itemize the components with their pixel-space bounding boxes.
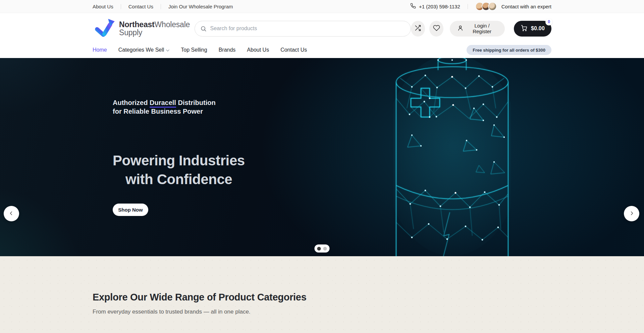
topbar-link-wholesale-program[interactable]: Join Our Wholesale Program xyxy=(168,4,233,9)
divider xyxy=(468,4,468,9)
phone-number: +1 (203) 598-1132 xyxy=(419,4,460,9)
divider xyxy=(121,4,121,9)
carousel-next-icon xyxy=(629,211,634,217)
logo-name-light: Wholesale xyxy=(155,20,190,29)
compare-button[interactable] xyxy=(411,21,425,37)
tagline-pre: Authorized xyxy=(113,99,150,106)
topbar-link-contact-us[interactable]: Contact Us xyxy=(128,4,153,9)
categories-title: Explore Our Wide Range of Product Catego… xyxy=(93,292,551,303)
logo-text: NortheastWholesale Supply xyxy=(119,20,190,37)
main-nav: Home Categories We Sell Top Selling Bran… xyxy=(93,44,551,58)
nav-item-about-us[interactable]: About Us xyxy=(247,47,269,53)
phone-icon xyxy=(410,3,416,10)
phone-link[interactable]: +1 (203) 598-1132 xyxy=(410,3,460,10)
carousel-dots xyxy=(315,244,330,253)
divider xyxy=(161,4,161,9)
carousel-prev-icon xyxy=(9,211,14,217)
cart-icon xyxy=(521,24,528,33)
contact-expert-link[interactable]: Contact with an expert xyxy=(501,4,551,9)
tagline-line2: for Reliable Business Power xyxy=(113,107,245,116)
search-icon xyxy=(200,25,207,33)
search-input[interactable] xyxy=(195,21,411,37)
cart-total: $0.00 xyxy=(531,25,545,32)
free-shipping-badge: Free shipping for all orders of $300 xyxy=(467,45,551,55)
carousel-next-button[interactable] xyxy=(624,206,639,221)
site-logo[interactable]: NortheastWholesale Supply xyxy=(93,18,195,39)
nav-item-home[interactable]: Home xyxy=(93,47,107,53)
carousel-dot-1[interactable] xyxy=(317,247,321,251)
tagline-brand: Duracell xyxy=(150,99,176,108)
cart-button[interactable]: $0.00 0 xyxy=(514,21,551,37)
battery-wireframe-graphic xyxy=(393,58,511,256)
logo-mark xyxy=(93,18,115,39)
login-register-button[interactable]: Login / Register xyxy=(450,21,505,37)
carousel-dot-2[interactable] xyxy=(323,247,327,251)
hero-headline: Powering Industries with Confidence xyxy=(113,151,245,189)
categories-section: Explore Our Wide Range of Product Catego… xyxy=(0,256,644,333)
hero-tagline: Authorized Duracell Distribution for Rel… xyxy=(113,98,245,116)
search-bar xyxy=(195,21,411,37)
top-bar: About Us Contact Us Join Our Wholesale P… xyxy=(0,0,644,13)
expert-avatar xyxy=(488,2,497,11)
cart-count-badge: 0 xyxy=(545,18,552,25)
expert-avatars xyxy=(475,2,497,11)
wishlist-button[interactable] xyxy=(429,21,443,37)
hero-carousel: Authorized Duracell Distribution for Rel… xyxy=(0,58,644,256)
headline-line1: Powering Industries xyxy=(113,151,245,170)
shop-now-button[interactable]: Shop Now xyxy=(113,204,148,216)
site-header: NortheastWholesale Supply xyxy=(0,13,644,58)
chevron-down-icon xyxy=(166,47,169,53)
nav-item-categories[interactable]: Categories We Sell xyxy=(118,47,170,53)
nav-item-contact-us[interactable]: Contact Us xyxy=(280,47,307,53)
logo-name-line2: Supply xyxy=(119,29,190,37)
topbar-links: About Us Contact Us Join Our Wholesale P… xyxy=(93,4,233,9)
user-icon xyxy=(457,25,464,32)
tagline-post: Distribution xyxy=(176,99,216,106)
heart-icon xyxy=(433,24,440,33)
carousel-prev-button[interactable] xyxy=(4,206,19,221)
shuffle-icon xyxy=(414,24,421,33)
categories-subtitle: From everyday essentials to trusted bran… xyxy=(93,309,551,315)
headline-line2: with Confidence xyxy=(113,170,245,189)
login-register-label: Login / Register xyxy=(467,23,497,34)
nav-item-categories-label: Categories We Sell xyxy=(118,47,164,53)
topbar-link-about-us[interactable]: About Us xyxy=(93,4,113,9)
nav-item-brands[interactable]: Brands xyxy=(219,47,236,53)
logo-name-bold: Northeast xyxy=(119,20,155,29)
nav-item-top-selling[interactable]: Top Selling xyxy=(181,47,207,53)
